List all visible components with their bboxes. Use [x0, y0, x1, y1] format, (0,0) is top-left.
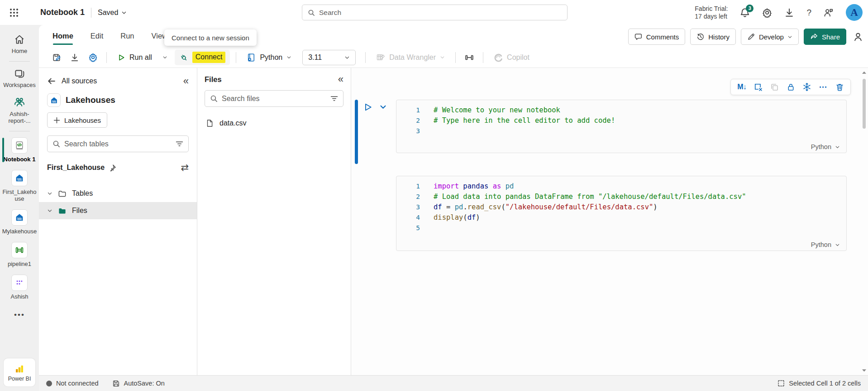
explorer-header: Lakehouses: [66, 95, 115, 105]
sidebar-item-pipeline1[interactable]: pipeline1: [0, 239, 39, 271]
language-button[interactable]: Python: [242, 50, 296, 65]
lakehouse-name[interactable]: First_Lakehouse: [47, 164, 105, 172]
sidebar-item-mylakehouse[interactable]: Mylakehouse: [0, 206, 39, 239]
tree-item-files[interactable]: Files: [39, 202, 197, 219]
develop-button[interactable]: Develop: [741, 29, 799, 45]
scroll-up-icon[interactable]: [862, 71, 867, 74]
code-cell[interactable]: 1import pandas as pd2# Load data into pa…: [396, 176, 847, 251]
collapse-panel-icon[interactable]: «: [338, 74, 343, 84]
code-cell[interactable]: 1# Welcome to your new notebook2# Type h…: [396, 100, 847, 153]
connection-status[interactable]: Not connected: [46, 380, 99, 387]
rail-divider: [9, 61, 30, 62]
tab-home[interactable]: Home: [52, 25, 73, 47]
help-icon[interactable]: ?: [806, 8, 811, 18]
back-arrow-icon[interactable]: [47, 77, 56, 86]
sidebar-item-first-lakehouse[interactable]: First_Lakehouse: [0, 167, 39, 206]
app-launcher-icon[interactable]: [9, 8, 19, 18]
more-cell-actions-icon[interactable]: ⋯: [815, 80, 831, 94]
filter-icon[interactable]: [330, 95, 338, 102]
cell-actions-chevron-icon[interactable]: [379, 103, 387, 111]
share-label: Share: [822, 33, 840, 41]
search-tables-input[interactable]: [64, 140, 172, 148]
cell-language-selector[interactable]: Python: [811, 143, 840, 150]
feedback-icon[interactable]: [824, 8, 834, 18]
share-button[interactable]: Share: [804, 29, 846, 45]
rail-more-button[interactable]: •••: [14, 310, 25, 319]
presence-people-icon[interactable]: [853, 31, 863, 42]
scroll-down-icon[interactable]: [862, 369, 867, 372]
delete-cell-icon[interactable]: [831, 80, 848, 94]
filter-icon[interactable]: [176, 140, 183, 147]
add-lakehouse-button[interactable]: Lakehouses: [47, 112, 107, 128]
chevron-down-icon: [286, 55, 291, 60]
trial-status[interactable]: Fabric Trial: 17 days left: [695, 5, 728, 20]
chevron-down-icon: [835, 242, 840, 247]
tree-item-tables[interactable]: Tables: [39, 185, 197, 202]
scrollbar-thumb[interactable]: [863, 79, 866, 129]
pencil-icon: [747, 33, 755, 41]
workarea: Home Edit Run View Connect to a new sess…: [39, 25, 868, 391]
save-status-menu[interactable]: Saved: [98, 9, 127, 17]
notebook-title[interactable]: Notebook 1: [40, 8, 85, 17]
lock-cell-icon[interactable]: [782, 80, 799, 94]
save-icon[interactable]: [49, 50, 64, 65]
search-files-box[interactable]: [205, 90, 343, 107]
notifications-button[interactable]: 3: [740, 8, 750, 18]
global-search[interactable]: [302, 5, 568, 20]
search-tables-box[interactable]: [47, 135, 189, 152]
tab-run[interactable]: Run: [120, 25, 134, 47]
toolbar-divider: [106, 52, 107, 63]
sidebar-item-ashish[interactable]: Ashish: [0, 271, 39, 304]
status-bar: Not connected AutoSave: On Selected Cell…: [39, 375, 868, 391]
chevron-down-icon[interactable]: [47, 191, 52, 196]
run-cell-icon[interactable]: [363, 102, 372, 112]
environment-panel-icon[interactable]: [462, 50, 477, 65]
python-version-select[interactable]: 3.11: [302, 50, 356, 65]
chevron-down-icon[interactable]: [47, 208, 52, 213]
chevron-down-icon: [835, 145, 840, 150]
sidebar-item-label: Mylakehouse: [2, 228, 37, 235]
folder-filled-icon: [58, 207, 67, 215]
sidebar-item-workspaces[interactable]: Workspaces: [0, 64, 39, 92]
sidebar-item-ashish-report[interactable]: Ashish-report-...: [0, 92, 39, 128]
download-app-icon[interactable]: [784, 8, 794, 18]
convert-to-markdown-icon[interactable]: M↓: [734, 80, 750, 94]
account-avatar[interactable]: A: [846, 4, 863, 21]
global-search-input[interactable]: [319, 9, 562, 17]
freeze-cell-icon[interactable]: [799, 80, 815, 94]
settings-icon[interactable]: [762, 8, 772, 18]
export-icon[interactable]: [67, 50, 82, 65]
collapse-panel-icon[interactable]: «: [183, 76, 189, 86]
tooltip-connect-session: Connect to a new session: [164, 29, 257, 46]
explorer-panel: All sources « Lakehouses: [39, 68, 197, 375]
lakehouse-icon: [11, 170, 28, 186]
history-label: History: [708, 33, 730, 41]
pin-icon[interactable]: [109, 164, 116, 172]
session-settings-icon[interactable]: [85, 50, 100, 65]
tab-edit[interactable]: Edit: [91, 25, 103, 47]
chevron-down-icon: [440, 55, 445, 60]
search-files-input[interactable]: [222, 95, 326, 103]
sidebar-item-notebook-1[interactable]: Notebook 1: [0, 134, 39, 167]
trial-line1: Fabric Trial:: [695, 5, 728, 13]
cell-code[interactable]: 1import pandas as pd2# Load data into pa…: [396, 176, 846, 233]
switch-lakehouse-icon[interactable]: ⇄: [181, 162, 189, 173]
sidebar-item-home[interactable]: Home: [0, 30, 39, 58]
all-sources-label[interactable]: All sources: [62, 77, 97, 85]
selection-label: Selected Cell 1 of 2 cells: [789, 380, 861, 387]
clear-cell-output-icon[interactable]: [750, 80, 766, 94]
power-bi-icon: [14, 363, 25, 374]
run-all-button[interactable]: Run all: [113, 50, 172, 65]
cell-code[interactable]: 1# Welcome to your new notebook2# Type h…: [396, 100, 846, 136]
vertical-scrollbar[interactable]: [860, 71, 868, 372]
history-button[interactable]: History: [690, 29, 736, 45]
cell-language-selector[interactable]: Python: [811, 241, 840, 248]
comments-button[interactable]: Comments: [628, 29, 686, 45]
autosave-status[interactable]: AutoSave: On: [112, 380, 165, 387]
sidebar-item-power-bi[interactable]: Power BI: [4, 358, 35, 386]
connect-button[interactable]: Connect: [175, 50, 230, 65]
tree-item-label: Tables: [72, 189, 93, 198]
file-icon: [205, 119, 214, 127]
file-item-data-csv[interactable]: data.csv: [205, 118, 343, 129]
top-right-actions: Fabric Trial: 17 days left 3 ?: [695, 0, 863, 25]
